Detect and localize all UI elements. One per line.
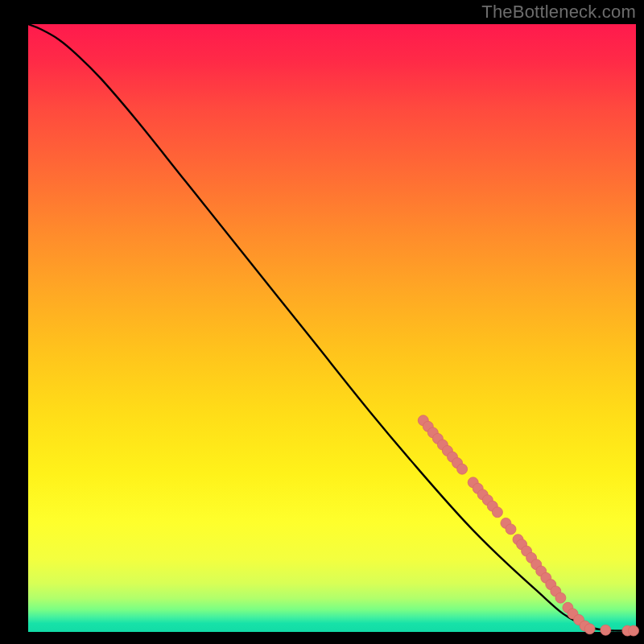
curve-line [28, 24, 636, 631]
chart-plot-area [28, 24, 636, 632]
curve-data-points [418, 415, 638, 636]
data-point [629, 625, 639, 636]
data-point [555, 592, 566, 603]
bottleneck-curve [28, 24, 636, 632]
data-point [601, 625, 611, 635]
data-point [457, 464, 468, 474]
watermark-source: TheBottleneck.com [481, 2, 636, 23]
data-point [506, 524, 516, 535]
data-point [584, 624, 595, 634]
data-point [492, 507, 502, 518]
